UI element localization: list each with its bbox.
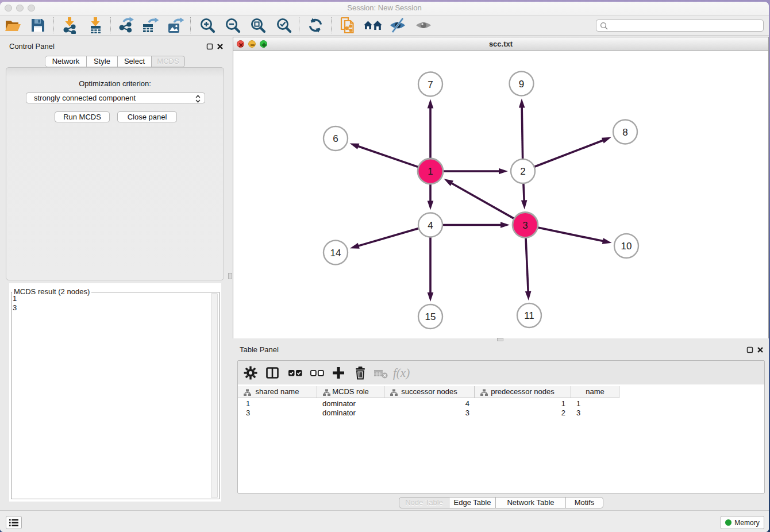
graph-edge-arrow-3-1 bbox=[444, 179, 453, 186]
export-table-icon bbox=[141, 17, 159, 34]
gear-icon bbox=[244, 366, 257, 380]
mcds-result-title: MCDS result (2 nodes) bbox=[12, 287, 91, 296]
refresh-icon bbox=[307, 17, 324, 34]
criterion-select[interactable]: strongly connected component bbox=[26, 92, 205, 103]
plus-icon bbox=[332, 366, 345, 380]
table-deselect-all-button[interactable] bbox=[308, 364, 326, 382]
zoom-out-button[interactable] bbox=[222, 16, 243, 34]
table-cell[interactable]: 4 bbox=[465, 399, 469, 408]
import-network-button[interactable] bbox=[59, 16, 80, 34]
table-cell[interactable]: 1 bbox=[576, 399, 580, 408]
graph-edge-1-6[interactable] bbox=[357, 146, 418, 167]
clone-network-icon bbox=[339, 17, 356, 34]
column-header-label: successor nodes bbox=[401, 387, 457, 396]
result-scrollbar[interactable] bbox=[211, 293, 218, 498]
tree-icon bbox=[323, 389, 330, 396]
tab-network-table[interactable]: Network Table bbox=[496, 497, 566, 508]
tab-style[interactable]: Style bbox=[87, 56, 118, 67]
column-header-name[interactable]: name bbox=[571, 386, 619, 398]
column-header-successor-nodes[interactable]: successor nodes bbox=[384, 386, 475, 398]
column-header-shared-name[interactable]: shared name bbox=[238, 386, 317, 398]
export-network-button[interactable] bbox=[116, 16, 136, 34]
network-graph[interactable]: 1234678910111415 bbox=[233, 52, 768, 338]
graph-node-label-15: 15 bbox=[425, 311, 436, 322]
table-cell[interactable]: 1 bbox=[561, 399, 565, 408]
tab-mcds[interactable]: MCDS bbox=[152, 56, 185, 67]
graph-edge-4-14[interactable] bbox=[357, 229, 418, 246]
show-all-button[interactable] bbox=[413, 16, 434, 34]
network-canvas[interactable]: 1234678910111415 bbox=[233, 52, 768, 338]
table-cell[interactable]: 1 bbox=[246, 399, 250, 408]
table-function-button[interactable]: f(x) bbox=[391, 364, 417, 382]
zoom-fit-button[interactable] bbox=[248, 16, 268, 34]
graph-edge-2-3[interactable] bbox=[523, 183, 524, 202]
toolbar-separator bbox=[299, 17, 299, 33]
vertical-split-handle[interactable] bbox=[228, 273, 232, 279]
column-header-MCDS-role[interactable]: MCDS role bbox=[317, 386, 384, 398]
table-cell[interactable]: 3 bbox=[465, 408, 469, 418]
control-panel-close-button[interactable] bbox=[217, 42, 225, 50]
column-header-predecessor-nodes[interactable]: predecessor nodes bbox=[475, 386, 571, 398]
zoom-selected-button[interactable] bbox=[274, 16, 294, 34]
unchecked-boxes-icon bbox=[310, 366, 325, 380]
table-delete-table-button[interactable] bbox=[372, 364, 390, 382]
graph-node-label-14: 14 bbox=[330, 248, 341, 259]
tab-edge-table[interactable]: Edge Table bbox=[449, 497, 496, 508]
application-window: Session: New Session bbox=[0, 2, 769, 532]
table-cell[interactable]: 3 bbox=[576, 408, 580, 418]
criterion-value: strongly connected component bbox=[34, 94, 136, 102]
mcds-result-border bbox=[11, 292, 220, 499]
memory-button[interactable]: Memory bbox=[721, 516, 764, 529]
export-image-button[interactable] bbox=[165, 16, 186, 34]
table-select-all-button[interactable] bbox=[286, 364, 305, 382]
table-cell[interactable]: 2 bbox=[561, 408, 565, 418]
save-session-button[interactable] bbox=[28, 16, 48, 34]
columns-icon bbox=[265, 366, 279, 380]
table-settings-button[interactable] bbox=[241, 364, 260, 382]
tab-motifs[interactable]: Motifs bbox=[566, 497, 603, 508]
close-panel-button[interactable]: Close panel bbox=[117, 111, 177, 122]
table-cell[interactable]: dominator bbox=[322, 399, 356, 408]
table-row-1[interactable]: 1dominator411 bbox=[238, 399, 764, 408]
table-panes-button[interactable] bbox=[263, 364, 282, 382]
table-delete-column-button[interactable] bbox=[351, 364, 369, 382]
graph-edge-2-9[interactable] bbox=[522, 106, 523, 159]
tree-icon bbox=[480, 389, 488, 396]
hide-selected-button[interactable] bbox=[387, 16, 408, 34]
table-panel-float-button[interactable] bbox=[746, 345, 754, 353]
search-box[interactable] bbox=[596, 20, 764, 32]
graph-edge-3-10[interactable] bbox=[538, 228, 605, 241]
tab-node-table[interactable]: Node Table bbox=[399, 497, 449, 508]
tab-network[interactable]: Network bbox=[45, 56, 87, 67]
zoom-in-button[interactable] bbox=[197, 16, 218, 34]
run-mcds-button[interactable]: Run MCDS bbox=[55, 111, 110, 122]
graph-edge-arrow-4-14 bbox=[350, 243, 360, 249]
table-panel-close-button[interactable] bbox=[757, 345, 765, 353]
tab-select[interactable]: Select bbox=[118, 56, 152, 67]
search-input[interactable] bbox=[610, 21, 760, 30]
graph-edge-3-11[interactable] bbox=[526, 238, 528, 293]
graph-edge-2-8[interactable] bbox=[534, 140, 605, 167]
first-neighbors-button[interactable] bbox=[363, 16, 383, 34]
table-row-2[interactable]: 3dominator323 bbox=[238, 408, 764, 418]
network-frame-titlebar[interactable]: scc.txt bbox=[233, 37, 768, 51]
table-cell[interactable]: dominator bbox=[322, 408, 356, 418]
zoom-selected-icon bbox=[275, 17, 292, 34]
open-session-button[interactable] bbox=[2, 16, 23, 34]
save-icon bbox=[29, 17, 47, 34]
new-network-from-selection-button[interactable] bbox=[337, 16, 358, 34]
graph-edge-arrow-1-7 bbox=[428, 99, 434, 109]
apply-layout-button[interactable] bbox=[305, 16, 326, 34]
graph-edge-arrow-4-3 bbox=[500, 222, 510, 228]
control-panel-float-button[interactable] bbox=[206, 42, 214, 50]
graph-edge-arrow-2-3 bbox=[521, 200, 528, 209]
tree-icon bbox=[390, 389, 398, 396]
mcds-result-list[interactable]: 1 3 bbox=[13, 294, 17, 313]
export-table-button[interactable] bbox=[140, 16, 160, 34]
task-history-button[interactable] bbox=[6, 516, 22, 529]
graph-edge-3-1[interactable] bbox=[451, 183, 514, 219]
table-add-column-button[interactable] bbox=[329, 364, 348, 382]
import-table-button[interactable] bbox=[85, 16, 106, 34]
table-cell[interactable]: 3 bbox=[246, 408, 250, 418]
toolbar-separator bbox=[190, 17, 191, 33]
